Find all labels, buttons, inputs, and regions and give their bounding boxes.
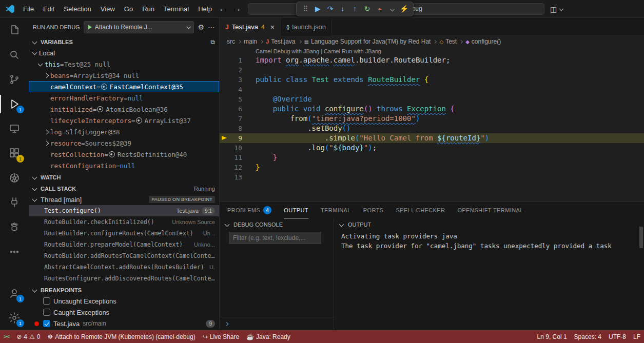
restart-icon[interactable]: ↻ (361, 2, 373, 16)
console-input-row[interactable] (220, 317, 334, 330)
code-line-2[interactable]: 2 (220, 65, 644, 75)
menu-help[interactable]: Help (193, 0, 217, 18)
variable-row-camelContext[interactable]: camelContext = FastCamelContext@35 (29, 81, 219, 92)
code-line-12[interactable]: 12} (220, 163, 644, 172)
panel-tab-openshift-terminal[interactable]: OPENSHIFT TERMINAL (457, 202, 523, 218)
gutter-margin[interactable] (220, 65, 229, 75)
start-debug-icon[interactable] (88, 25, 92, 30)
continue-icon[interactable]: ▶ (312, 2, 324, 16)
stack-frame-row[interactable]: RouteBuilder.addRoutesToCamelContext(Cam… (29, 250, 219, 261)
activitybar-camel[interactable] (0, 215, 29, 239)
activitybar-connect[interactable] (0, 190, 29, 215)
activitybar-remote-explorer[interactable] (0, 116, 29, 141)
problems-status[interactable]: ⊘ 4 ⚠ 0 (13, 330, 44, 343)
panel-tab-ports[interactable]: PORTS (363, 202, 384, 218)
code-line-9[interactable]: 9 .simple("Hello Camel from ${routeId}") (220, 133, 644, 143)
breadcrumb-item[interactable]: main (244, 38, 257, 45)
breadcrumb-item[interactable]: ◇Test (439, 38, 457, 45)
console-filter-input[interactable] (229, 232, 321, 244)
gutter-margin[interactable] (220, 163, 229, 172)
activitybar-source-control[interactable] (0, 67, 29, 92)
activitybar-accounts[interactable]: 1 (0, 281, 29, 306)
gutter-margin[interactable] (220, 55, 229, 65)
code-line-10[interactable]: 10 .log("${body}"); (220, 143, 644, 153)
indentation-status[interactable]: Spaces: 4 (571, 330, 605, 343)
encoding-status[interactable]: UTF-8 (605, 330, 630, 343)
variable-row-lifecycleInterceptors[interactable]: lifecycleInterceptors = ArrayList@37 (29, 115, 219, 126)
variable-row-log[interactable]: log = Slf4jLogger@38 (29, 126, 219, 137)
stack-frame-row[interactable]: AbstractCamelContext.addRoutes(RoutesBui… (29, 261, 219, 273)
gutter-margin[interactable] (220, 153, 229, 163)
menu-view[interactable]: View (96, 0, 120, 18)
hot-code-replace-icon[interactable]: ⚡ (398, 2, 410, 16)
breakpoint-checkbox[interactable] (43, 297, 50, 305)
variable-row-resource[interactable]: resource = Sources$2@39 (29, 137, 219, 149)
gutter-margin[interactable] (220, 114, 229, 124)
variables-section-header[interactable]: VARIABLES ⧉ (29, 37, 219, 47)
lazy-eval-icon[interactable] (97, 106, 103, 112)
tab-test-java[interactable]: JTest.java4× (220, 18, 281, 36)
lazy-eval-icon[interactable] (109, 151, 115, 157)
collapse-all-icon[interactable]: ⧉ (210, 38, 215, 46)
variable-row-this[interactable]: this = Test@25 null (29, 58, 219, 70)
menu-go[interactable]: Go (120, 0, 138, 18)
eol-status[interactable]: LF (630, 330, 644, 343)
stack-frame-row[interactable]: RouteBuilder.configureRoutes(CamelContex… (29, 228, 219, 239)
panel-tab-problems[interactable]: PROBLEMS4 (227, 202, 271, 218)
remote-indicator[interactable]: >< (0, 330, 13, 343)
code-line-6[interactable]: 6 public void configure() throws Excepti… (220, 104, 644, 114)
breakpoint-row[interactable]: Caught Exceptions (29, 307, 219, 318)
step-over-icon[interactable]: ↷ (324, 2, 336, 16)
code-line-3[interactable]: 3public class Test extends RouteBuilder … (220, 75, 644, 85)
chevron-down-icon[interactable] (31, 49, 39, 57)
launch-config-picker[interactable]: Attach to Remote J... (84, 21, 194, 33)
code-line-13[interactable]: 13 (220, 172, 644, 182)
activitybar-extensions[interactable]: 1 (0, 141, 29, 166)
activitybar-explorer[interactable] (0, 18, 29, 43)
gutter-margin[interactable] (220, 172, 229, 182)
live-share-status[interactable]: ↪Live Share (199, 330, 243, 343)
breadcrumb-item[interactable]: JTest.java (266, 38, 295, 45)
breadcrumb-item[interactable]: ▦Language Support for Java(TM) by Red Ha… (304, 38, 431, 45)
menu-file[interactable]: File (18, 0, 38, 18)
activitybar-kubernetes[interactable] (0, 166, 29, 190)
panel-tab-output[interactable]: OUTPUT (284, 202, 308, 218)
codelens[interactable]: Camel Debug with JBang | Camel Run with … (220, 47, 644, 55)
step-into-icon[interactable]: ↓ (337, 2, 348, 16)
debug-console-header[interactable]: DEBUG CONSOLE (220, 218, 334, 231)
code-line-1[interactable]: 1import org.apache.camel.builder.RouteBu… (220, 55, 644, 65)
code-line-4[interactable]: 4 (220, 85, 644, 94)
callstack-section-header[interactable]: CALL STACK Running (29, 184, 219, 194)
code-line-11[interactable]: 11 } (220, 153, 644, 163)
chevron-right-icon[interactable] (42, 128, 50, 136)
breakpoint-checkbox[interactable] (43, 320, 50, 327)
gutter-margin[interactable] (220, 85, 229, 94)
more-actions-icon[interactable]: ⋯ (208, 24, 215, 31)
breakpoints-section-header[interactable]: BREAKPOINTS (29, 285, 219, 295)
chevron-down-icon[interactable] (559, 7, 563, 11)
variable-row-restConfiguration[interactable]: restConfiguration = null (29, 160, 219, 171)
gutter-margin[interactable] (220, 143, 229, 153)
chevron-right-icon[interactable] (42, 71, 50, 79)
variable-row-restCollection[interactable]: restCollection = RestsDefinition@40 (29, 149, 219, 160)
breakpoint-checkbox[interactable] (43, 309, 50, 316)
breadcrumb-item[interactable]: ◆configure() (465, 38, 501, 45)
go-back-icon[interactable]: ← (217, 0, 229, 18)
code-line-8[interactable]: 8 .setBody() (220, 124, 644, 133)
java-status-status[interactable]: ☕Java: Ready (243, 330, 294, 343)
activitybar-search[interactable] (0, 43, 29, 67)
chevron-right-icon[interactable] (42, 139, 50, 147)
menu-selection[interactable]: Selection (59, 0, 95, 18)
breadcrumb-item[interactable]: src (227, 38, 235, 45)
code-line-5[interactable]: 5 @Override (220, 94, 644, 104)
activitybar-settings[interactable]: 1 (0, 306, 29, 330)
step-out-icon[interactable]: ↑ (349, 2, 361, 16)
cursor-position-status[interactable]: Ln 9, Col 1 (534, 330, 571, 343)
variable-row-Local[interactable]: Local (29, 47, 219, 58)
output-header[interactable]: OUTPUT (334, 218, 644, 231)
variable-row-beans[interactable]: beans = ArrayList@34 null (29, 70, 219, 81)
stack-frame-row[interactable]: Test.configure()Test.java9:1 (29, 205, 219, 216)
variable-row-errorHandlerFactory[interactable]: errorHandlerFactory = null (29, 92, 219, 104)
close-icon[interactable]: × (270, 23, 275, 31)
gutter-margin[interactable] (220, 94, 229, 104)
